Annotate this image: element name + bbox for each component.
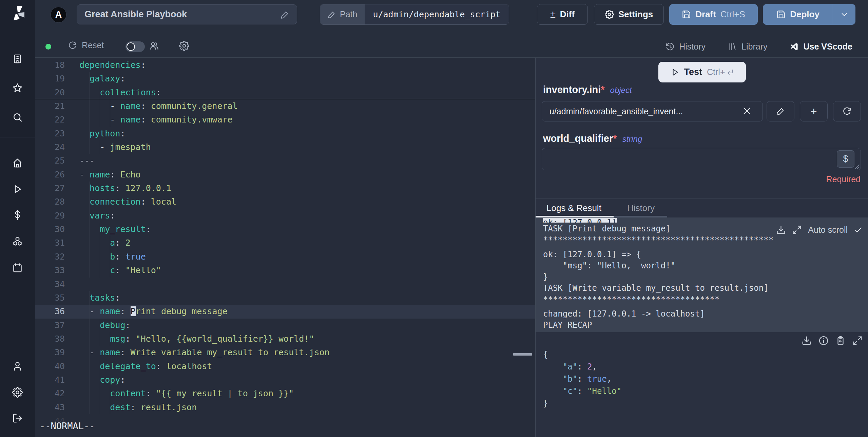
variable-picker-button[interactable]: $	[837, 150, 854, 168]
code-line-32[interactable]: 32 b: true	[35, 250, 535, 264]
refresh-icon	[68, 41, 77, 50]
code-line-22[interactable]: 22 - name: community.vmware	[35, 113, 535, 127]
log-toolbar: Auto scroll	[776, 225, 863, 235]
user-account-icon[interactable]	[12, 361, 23, 372]
tab-history[interactable]: History	[627, 203, 655, 213]
code-line-39[interactable]: 39 - name: Write variable my_result to r…	[35, 346, 535, 359]
diff-button[interactable]: ± Diff	[537, 4, 588, 25]
expand-log-icon[interactable]	[792, 225, 802, 235]
code-line-19[interactable]: 19 galaxy:	[35, 72, 535, 86]
auto-scroll-label: Auto scroll	[808, 225, 848, 235]
draft-button[interactable]: Draft Ctrl+S	[669, 4, 758, 25]
draft-label: Draft	[695, 9, 716, 20]
history-clock-icon	[666, 42, 675, 51]
schedules-calendar-icon[interactable]	[12, 263, 23, 273]
resources-cubes-icon[interactable]	[12, 236, 23, 247]
code-line-29[interactable]: 29 vars:	[35, 209, 535, 223]
code-line-18[interactable]: 18dependencies:	[35, 58, 535, 72]
path-field[interactable]: Path u/admin/dependable_script	[320, 4, 509, 25]
arg-name: world_qualifier*	[543, 133, 617, 144]
settings-gear-icon[interactable]	[12, 387, 23, 398]
toggle-knob	[127, 42, 135, 51]
edit-resource-button[interactable]	[767, 101, 794, 121]
resize-grip-icon[interactable]	[854, 164, 860, 170]
inventory-resource-input[interactable]	[542, 101, 763, 121]
ansible-logo: A	[51, 7, 66, 23]
arg-world-qualifier-label-row: world_qualifier* string	[543, 133, 642, 144]
code-line-28[interactable]: 28 connection: local	[35, 195, 535, 209]
code-line-42[interactable]: 42 content: "{{ my_result | to_json }}"	[35, 387, 535, 400]
save-icon	[776, 10, 786, 19]
required-asterisk: *	[601, 84, 604, 95]
gear-icon	[605, 10, 614, 19]
arg-type: string	[622, 134, 642, 144]
world-qualifier-input[interactable]	[542, 148, 861, 170]
code-line-21[interactable]: 21 - name: community.general	[35, 99, 535, 113]
code-line-24[interactable]: 24 - jmespath	[35, 140, 535, 154]
code-line-44[interactable]: 44	[35, 414, 535, 428]
expand-result-icon[interactable]	[852, 336, 863, 346]
settings-button[interactable]: Settings	[594, 4, 664, 25]
settings-label: Settings	[618, 9, 653, 20]
reset-button[interactable]: Reset	[68, 40, 104, 50]
code-line-36[interactable]: 36 - name: Print debug message	[35, 305, 535, 318]
path-label: Path	[340, 10, 357, 19]
workspace-icon[interactable]	[12, 54, 23, 64]
windmill-logo-icon[interactable]	[9, 5, 26, 21]
edit-title-pencil-icon[interactable]	[281, 10, 289, 19]
use-vscode-button[interactable]: Use VScode	[790, 42, 852, 52]
history-button[interactable]: History	[666, 42, 706, 52]
search-icon[interactable]	[12, 112, 23, 122]
diff-mode-toggle[interactable]	[126, 41, 145, 52]
code-line-20[interactable]: 20 collections:	[35, 86, 535, 99]
code-line-26[interactable]: 26- name: Echo	[35, 168, 535, 182]
code-line-23[interactable]: 23 python:	[35, 127, 535, 140]
info-icon[interactable]	[818, 336, 829, 346]
path-label-segment: Path	[320, 4, 365, 24]
log-output-panel[interactable]: ok: [127.0.0.1] TASK [Print debug messag…	[536, 217, 868, 332]
play-icon	[671, 68, 679, 77]
test-button[interactable]: Test Ctrl+	[658, 62, 746, 82]
code-line-27[interactable]: 27 hosts: 127.0.0.1	[35, 182, 535, 195]
code-line-34[interactable]: 34	[35, 278, 535, 291]
code-line-31[interactable]: 31 a: 2	[35, 236, 535, 250]
script-title-field[interactable]: Great Ansible Playbook	[77, 4, 297, 24]
clear-resource-icon[interactable]	[742, 106, 752, 116]
code-line-33[interactable]: 33 c: "Hello"	[35, 264, 535, 277]
library-button[interactable]: Library	[728, 42, 767, 52]
sidebar-divider	[0, 137, 35, 137]
deploy-button[interactable]: Deploy	[763, 4, 855, 25]
logout-icon[interactable]	[12, 413, 23, 423]
arg-name: inventory.ini*	[543, 84, 605, 95]
home-icon[interactable]	[12, 158, 23, 168]
code-line-38[interactable]: 38 msg: "Hello, {{world_qualifier}} worl…	[35, 332, 535, 346]
pencil-icon	[776, 107, 785, 116]
tab-logs-result[interactable]: Logs & Result	[546, 203, 601, 213]
code-line-40[interactable]: 40 delegate_to: localhost	[35, 360, 535, 373]
enter-key-icon	[726, 68, 734, 76]
code-line-25[interactable]: 25---	[35, 154, 535, 168]
download-log-icon[interactable]	[776, 225, 786, 235]
required-error: Required	[826, 174, 861, 184]
result-json: { "a": 2, "b": true, "c": "Hello"}	[543, 348, 621, 410]
code-line-30[interactable]: 30 my_result:	[35, 223, 535, 236]
refresh-resource-button[interactable]	[833, 101, 861, 121]
code-line-41[interactable]: 41 copy:	[35, 373, 535, 387]
code-line-35[interactable]: 35 tasks:	[35, 291, 535, 305]
download-result-icon[interactable]	[802, 336, 812, 346]
code-line-37[interactable]: 37 debug:	[35, 319, 535, 332]
auto-scroll-check-icon[interactable]	[854, 226, 863, 234]
vim-mode-indicator: --NORMAL--	[40, 421, 95, 431]
deploy-dropdown-toggle[interactable]	[833, 4, 855, 24]
editor-settings-gear-icon[interactable]	[179, 41, 189, 51]
chevron-down-icon	[840, 10, 849, 19]
add-resource-button[interactable]: +	[800, 101, 828, 121]
favorites-star-icon[interactable]	[12, 83, 23, 93]
collaborators-icon[interactable]	[149, 41, 159, 51]
runs-play-icon[interactable]	[12, 184, 23, 194]
code-line-43[interactable]: 43 dest: result.json	[35, 401, 535, 414]
variables-dollar-icon[interactable]	[12, 210, 23, 220]
copy-result-icon[interactable]	[835, 336, 846, 346]
code-editor[interactable]: 18dependencies:19 galaxy:20 collections:…	[35, 58, 535, 437]
history-label: History	[679, 42, 706, 52]
